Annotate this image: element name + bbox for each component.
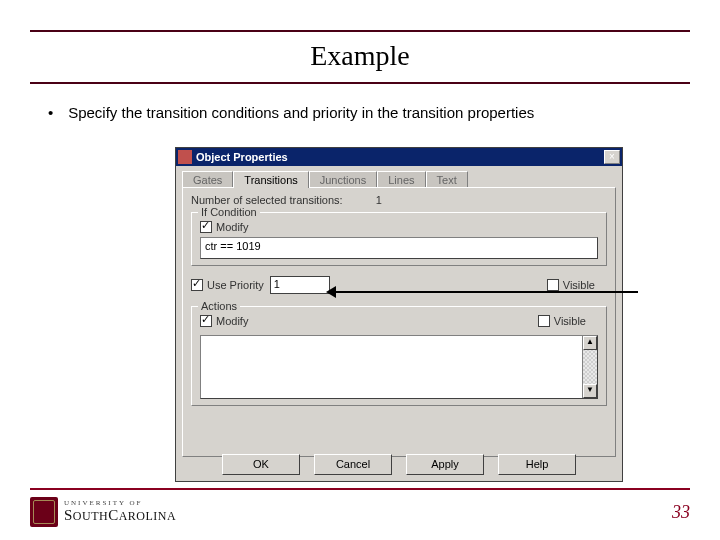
visible-label: Visible xyxy=(563,279,595,291)
checkbox-icon xyxy=(200,221,212,233)
checkbox-icon xyxy=(200,315,212,327)
rule-top xyxy=(30,30,690,32)
tab-gates[interactable]: Gates xyxy=(182,171,233,188)
tab-body: Number of selected transitions: 1 If Con… xyxy=(182,187,616,457)
condition-input[interactable]: ctr == 1019 xyxy=(200,237,598,259)
checkbox-icon xyxy=(191,279,203,291)
group-if-condition-legend: If Condition xyxy=(198,206,260,218)
dialog-title: Object Properties xyxy=(196,151,604,163)
modify-condition-label: Modify xyxy=(216,221,248,233)
tab-junctions[interactable]: Junctions xyxy=(309,171,377,188)
priority-input[interactable]: 1 xyxy=(270,276,330,294)
group-actions: Actions Modify Visible ▲ ▼ xyxy=(191,306,607,406)
rule-bottom xyxy=(30,488,690,490)
modify-condition-checkbox[interactable]: Modify xyxy=(200,221,598,233)
use-priority-checkbox[interactable]: Use Priority xyxy=(191,279,264,291)
checkbox-icon xyxy=(547,279,559,291)
modify-actions-label: Modify xyxy=(216,315,248,327)
annotation-arrow-line xyxy=(333,291,638,293)
group-actions-legend: Actions xyxy=(198,300,240,312)
modify-actions-checkbox[interactable]: Modify xyxy=(200,315,248,327)
actions-textarea[interactable]: ▲ ▼ xyxy=(200,335,598,399)
selected-count-label: Number of selected transitions: xyxy=(191,194,343,206)
tab-text[interactable]: Text xyxy=(426,171,468,188)
scrollbar[interactable]: ▲ ▼ xyxy=(582,336,597,398)
close-button[interactable]: × xyxy=(604,150,620,164)
slide-title: Example xyxy=(0,40,720,72)
bullet-row: • Specify the transition conditions and … xyxy=(48,104,672,123)
dialog-button-row: OK Cancel Apply Help xyxy=(176,454,622,475)
titlebar[interactable]: Object Properties × xyxy=(176,148,622,166)
ok-button[interactable]: OK xyxy=(222,454,300,475)
group-if-condition: If Condition Modify ctr == 1019 xyxy=(191,212,607,266)
use-priority-label: Use Priority xyxy=(207,279,264,291)
tab-transitions[interactable]: Transitions xyxy=(233,171,308,188)
tab-lines[interactable]: Lines xyxy=(377,171,425,188)
apply-button[interactable]: Apply xyxy=(406,454,484,475)
university-logo: UNIVERSITY OF SOUTHCAROLINA xyxy=(30,497,176,527)
checkbox-icon xyxy=(538,315,550,327)
visible-checkbox-actions[interactable]: Visible xyxy=(538,315,586,327)
scroll-down-icon[interactable]: ▼ xyxy=(583,384,597,398)
tab-strip: Gates Transitions Junctions Lines Text xyxy=(176,166,622,187)
footer: UNIVERSITY OF SOUTHCAROLINA 33 xyxy=(30,494,690,530)
cancel-button[interactable]: Cancel xyxy=(314,454,392,475)
page-number: 33 xyxy=(672,502,690,523)
visible-label-2: Visible xyxy=(554,315,586,327)
object-properties-dialog: Object Properties × Gates Transitions Ju… xyxy=(175,147,623,482)
help-button[interactable]: Help xyxy=(498,454,576,475)
selected-count-value: 1 xyxy=(376,194,382,206)
rule-under-title xyxy=(30,82,690,84)
scroll-up-icon[interactable]: ▲ xyxy=(583,336,597,350)
university-line2: SOUTHCAROLINA xyxy=(64,508,176,524)
university-name: UNIVERSITY OF SOUTHCAROLINA xyxy=(64,500,176,523)
bullet-dot: • xyxy=(48,104,64,121)
bullet-text: Specify the transition conditions and pr… xyxy=(68,104,658,123)
scroll-track[interactable] xyxy=(583,350,597,384)
visible-checkbox-top[interactable]: Visible xyxy=(547,279,595,291)
app-icon xyxy=(178,150,192,164)
crest-icon xyxy=(30,497,58,527)
selected-count-row: Number of selected transitions: 1 xyxy=(191,194,607,206)
university-line1: UNIVERSITY OF xyxy=(64,500,176,507)
annotation-arrow-head-icon xyxy=(326,286,336,298)
